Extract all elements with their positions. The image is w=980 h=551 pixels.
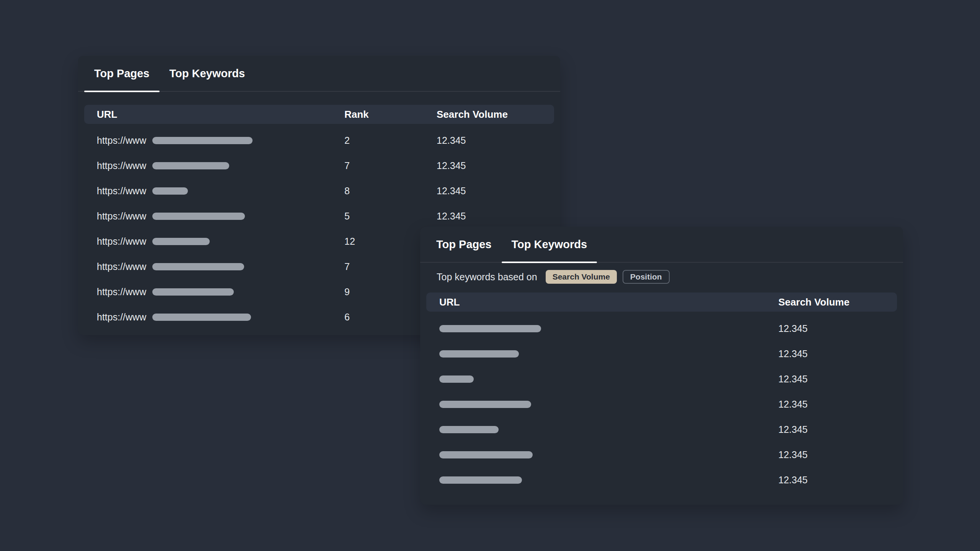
column-header-url: URL bbox=[84, 109, 344, 120]
url-placeholder-bar bbox=[152, 314, 251, 321]
table-row: 12.345 bbox=[426, 442, 897, 467]
tab-top-pages[interactable]: Top Pages bbox=[84, 56, 160, 91]
table-row: 12.345 bbox=[426, 316, 897, 341]
keywords-filter-row: Top keywords based on Search Volume Posi… bbox=[437, 270, 897, 284]
url-link[interactable]: https://www bbox=[97, 261, 146, 272]
search-volume-value: 12.345 bbox=[778, 475, 897, 486]
url-placeholder-bar bbox=[152, 263, 244, 270]
rank-value: 8 bbox=[344, 185, 437, 197]
url-placeholder-bar bbox=[152, 238, 210, 245]
top-keywords-panel-tabbar: Top Pages Top Keywords bbox=[420, 227, 903, 263]
search-volume-value: 12.345 bbox=[437, 185, 554, 197]
keyword-placeholder-bar bbox=[439, 401, 531, 408]
search-volume-value: 12.345 bbox=[437, 160, 554, 171]
keyword-placeholder-bar bbox=[439, 350, 519, 358]
tab-top-pages[interactable]: Top Pages bbox=[426, 227, 502, 262]
search-volume-value: 12.345 bbox=[778, 399, 897, 410]
keyword-placeholder-bar bbox=[439, 426, 499, 433]
keyword-placeholder-bar bbox=[439, 375, 474, 383]
keyword-placeholder-bar bbox=[439, 325, 541, 332]
table-row: https://www 5 12.345 bbox=[84, 203, 554, 229]
url-placeholder-bar bbox=[152, 213, 245, 220]
search-volume-value: 12.345 bbox=[437, 135, 554, 146]
url-link[interactable]: https://www bbox=[97, 236, 146, 247]
table-header-row: URL Search Volume bbox=[426, 293, 897, 312]
url-link[interactable]: https://www bbox=[97, 286, 146, 297]
search-volume-value: 12.345 bbox=[778, 374, 897, 385]
table-row: https://www 2 12.345 bbox=[84, 128, 554, 153]
url-link[interactable]: https://www bbox=[97, 312, 146, 323]
column-header-rank: Rank bbox=[344, 109, 437, 120]
url-placeholder-bar bbox=[152, 162, 229, 169]
search-volume-value: 12.345 bbox=[778, 323, 897, 334]
top-pages-panel-tabbar: Top Pages Top Keywords bbox=[78, 56, 560, 92]
search-volume-filter-button[interactable]: Search Volume bbox=[546, 270, 617, 284]
url-link[interactable]: https://www bbox=[97, 135, 146, 146]
table-row: 12.345 bbox=[426, 366, 897, 392]
column-header-search-volume: Search Volume bbox=[437, 109, 554, 120]
url-placeholder-bar bbox=[152, 288, 234, 296]
search-volume-value: 12.345 bbox=[437, 211, 554, 222]
url-link[interactable]: https://www bbox=[97, 160, 146, 171]
search-volume-value: 12.345 bbox=[778, 348, 897, 359]
search-volume-value: 12.345 bbox=[778, 449, 897, 460]
tab-top-keywords[interactable]: Top Keywords bbox=[502, 227, 597, 262]
url-link[interactable]: https://www bbox=[97, 211, 146, 222]
top-keywords-table: Top keywords based on Search Volume Posi… bbox=[420, 270, 903, 492]
column-header-search-volume: Search Volume bbox=[778, 296, 897, 308]
rank-value: 2 bbox=[344, 135, 437, 146]
table-header-row: URL Rank Search Volume bbox=[84, 105, 554, 124]
table-row: 12.345 bbox=[426, 341, 897, 366]
table-row: https://www 7 12.345 bbox=[84, 153, 554, 178]
rank-value: 7 bbox=[344, 160, 437, 171]
rank-value: 5 bbox=[344, 211, 437, 222]
keyword-placeholder-bar bbox=[439, 451, 533, 458]
keyword-placeholder-bar bbox=[439, 476, 522, 484]
table-rows: 12.345 12.345 12.345 12.345 bbox=[426, 316, 897, 492]
table-row: 12.345 bbox=[426, 417, 897, 442]
filter-buttons: Search Volume Position bbox=[546, 270, 670, 284]
url-link[interactable]: https://www bbox=[97, 185, 146, 197]
url-placeholder-bar bbox=[152, 187, 188, 195]
url-placeholder-bar bbox=[152, 137, 253, 144]
table-row: 12.345 bbox=[426, 392, 897, 417]
filter-label: Top keywords based on bbox=[437, 271, 537, 283]
search-volume-value: 12.345 bbox=[778, 424, 897, 435]
table-row: https://www 8 12.345 bbox=[84, 178, 554, 203]
position-filter-button[interactable]: Position bbox=[623, 270, 670, 284]
tab-top-keywords[interactable]: Top Keywords bbox=[160, 56, 255, 91]
table-row: 12.345 bbox=[426, 467, 897, 492]
top-keywords-panel: Top Pages Top Keywords Top keywords base… bbox=[420, 227, 903, 505]
page-background: { "colors": { "page_bg": "#282e3a", "pan… bbox=[0, 0, 980, 551]
column-header-url: URL bbox=[426, 296, 778, 308]
